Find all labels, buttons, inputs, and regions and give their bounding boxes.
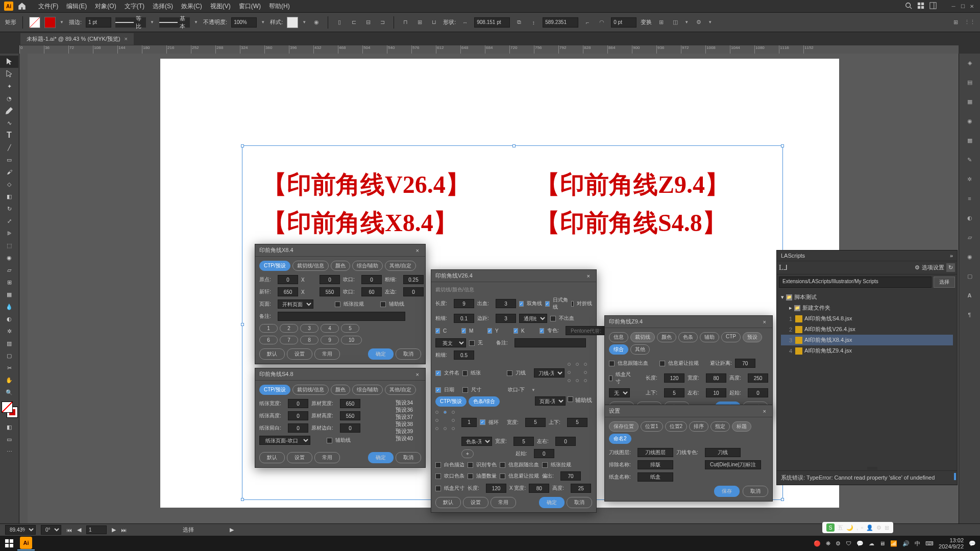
layers-panel-icon[interactable]: ▤ bbox=[964, 76, 976, 88]
crop-icon[interactable]: ◫ bbox=[670, 17, 680, 28]
set-tab-name2[interactable]: 命名2 bbox=[609, 434, 631, 444]
gradient-panel-icon[interactable]: ◐ bbox=[964, 212, 976, 224]
v264-chk-spot[interactable] bbox=[540, 328, 544, 334]
paragraph-panel-icon[interactable]: ¶ bbox=[964, 309, 976, 321]
lasso-tool[interactable]: ◔ bbox=[0, 92, 18, 105]
search-icon[interactable] bbox=[905, 2, 912, 10]
s48-tab-other[interactable]: 其他/自定 bbox=[385, 385, 416, 395]
ime-indicator[interactable]: S 五🌙,▫👤⚙⊞ bbox=[822, 522, 893, 533]
graph-tool[interactable]: ▥ bbox=[0, 337, 18, 349]
s48-mw[interactable] bbox=[340, 399, 360, 408]
s48-tab-ctp[interactable]: CTP/预设 bbox=[259, 385, 290, 395]
menu-select[interactable]: 选择(S) bbox=[149, 2, 177, 11]
menu-help[interactable]: 帮助(H) bbox=[265, 2, 294, 11]
hand-tool[interactable]: ✋ bbox=[0, 374, 18, 386]
maximize-icon[interactable]: ☐ bbox=[959, 3, 967, 10]
pen-tool[interactable] bbox=[0, 105, 18, 117]
ruler-horizontal[interactable]: 0367210814418021625228832436039643246850… bbox=[19, 45, 959, 54]
las-file-4[interactable]: 4AI印前角线Z9.4.jsx bbox=[781, 345, 953, 356]
z94-avoid[interactable] bbox=[735, 359, 755, 368]
s48-btn-default[interactable]: 默认 bbox=[259, 452, 285, 463]
grid-icon[interactable]: ⊞ bbox=[950, 17, 961, 28]
align-right-icon[interactable]: ⊐ bbox=[377, 17, 387, 28]
x84-preset-1[interactable]: 1 bbox=[259, 324, 278, 333]
blend-tool[interactable]: ◐ bbox=[0, 313, 18, 325]
x84-origin-x[interactable] bbox=[278, 275, 298, 284]
set-tab-pos2[interactable]: 位置2 bbox=[665, 421, 688, 432]
brush-def[interactable]: 基本 bbox=[159, 17, 190, 28]
nav-next-icon[interactable]: ▶ bbox=[112, 527, 116, 533]
v264-chk-whitestroke[interactable] bbox=[435, 462, 441, 468]
rotate-tool[interactable]: ↻ bbox=[0, 203, 18, 215]
x84-preset-3[interactable]: 3 bbox=[300, 324, 318, 333]
v264-chk-k[interactable] bbox=[513, 328, 518, 334]
doc-tab-1[interactable]: 未标题-1.ai* @ 89.43 % (CMYK/预览) × bbox=[20, 33, 134, 45]
v264-btn-common[interactable]: 常用 bbox=[491, 497, 516, 508]
curvature-tool[interactable]: ∿ bbox=[0, 117, 18, 129]
workspace-icon[interactable] bbox=[929, 2, 937, 10]
menu-object[interactable]: 对象(O) bbox=[91, 2, 120, 11]
x84-preset-5[interactable]: 5 bbox=[341, 324, 359, 333]
shaper-tool[interactable]: ◇ bbox=[0, 178, 18, 190]
v264-btn-default[interactable]: 默认 bbox=[435, 497, 461, 508]
appearance-panel-icon[interactable]: ◉ bbox=[964, 251, 976, 263]
s48-preset-37[interactable]: 预设37 bbox=[396, 413, 421, 420]
type-tool[interactable]: T bbox=[0, 129, 18, 141]
stroke-panel-icon[interactable]: ≡ bbox=[964, 192, 976, 205]
las-settings-icon[interactable]: ⚙ bbox=[915, 264, 920, 271]
perspective-tool[interactable]: ▱ bbox=[0, 264, 18, 276]
set-exclude2[interactable] bbox=[705, 460, 761, 469]
mesh-tool[interactable]: ⊞ bbox=[0, 276, 18, 288]
align-top-icon[interactable]: ⊓ bbox=[400, 17, 410, 28]
s48-preset-38[interactable]: 预设38 bbox=[396, 420, 421, 428]
tab-close-icon[interactable]: × bbox=[125, 36, 128, 42]
dlg-s48-close[interactable]: × bbox=[414, 371, 421, 378]
s48-page-sel[interactable]: 纸张页面-吹口 bbox=[259, 436, 310, 445]
las-file-1[interactable]: 1AI印前角线S4.8.jsx bbox=[781, 313, 953, 324]
align-center-icon[interactable]: ⊟ bbox=[363, 17, 373, 28]
v264-boxh[interactable] bbox=[571, 484, 591, 493]
s48-tab-crop[interactable]: 裁切线/信息 bbox=[292, 385, 329, 395]
v264-thick2[interactable] bbox=[454, 350, 474, 360]
v264-thick[interactable] bbox=[454, 314, 474, 323]
fill-stroke-control[interactable] bbox=[2, 402, 18, 418]
set-exclude1[interactable] bbox=[638, 460, 673, 469]
las-options-label[interactable]: 选项设置 bbox=[922, 264, 944, 271]
type-panel-icon[interactable]: A bbox=[964, 289, 976, 302]
align-middle-icon[interactable]: ⊞ bbox=[414, 17, 425, 28]
free-transform-tool[interactable]: ⬚ bbox=[0, 239, 18, 252]
s48-preset-40[interactable]: 预设40 bbox=[396, 435, 421, 442]
s48-btn-common[interactable]: 常用 bbox=[314, 452, 340, 463]
x84-preset-8[interactable]: 8 bbox=[300, 336, 318, 344]
stroke-profile[interactable]: 等比 bbox=[115, 17, 146, 28]
x84-btn-default[interactable]: 默认 bbox=[259, 348, 285, 360]
minimize-icon[interactable]: ─ bbox=[949, 3, 958, 10]
v264-chk-c[interactable] bbox=[435, 328, 440, 334]
brushes-panel-icon[interactable]: ✎ bbox=[964, 154, 976, 166]
corner-radius-input[interactable] bbox=[611, 17, 636, 28]
magic-wand-tool[interactable]: ✦ bbox=[0, 80, 18, 92]
set-btn-save[interactable]: 保存 bbox=[714, 486, 740, 497]
v264-chk-filename[interactable] bbox=[435, 370, 441, 376]
tray-icon-2[interactable]: ❋ bbox=[826, 540, 830, 547]
corner-icon[interactable]: ⌐ bbox=[582, 17, 593, 28]
corner-type-icon[interactable]: ◠ bbox=[597, 17, 607, 28]
x84-tab-color[interactable]: 颜色 bbox=[331, 261, 350, 271]
s48-preset-39[interactable]: 预设39 bbox=[396, 428, 421, 435]
set-tab-pos1[interactable]: 位置1 bbox=[641, 421, 663, 432]
menu-type[interactable]: 文字(T) bbox=[120, 2, 149, 11]
v264-tab-ctp[interactable]: CTP/预设 bbox=[435, 396, 467, 407]
selection-tool[interactable] bbox=[0, 56, 18, 68]
dlg-z94-close[interactable]: × bbox=[761, 319, 768, 325]
align-icon[interactable]: ▯ bbox=[334, 17, 345, 28]
set-tab-save[interactable]: 保存位置 bbox=[609, 421, 639, 432]
rectangle-tool[interactable]: ▭ bbox=[0, 154, 18, 166]
v264-tb[interactable] bbox=[567, 418, 587, 427]
link-icon[interactable]: ⧉ bbox=[514, 17, 524, 28]
las-path-input[interactable]: Extensions/LAScripts/Illustrator/My Scri… bbox=[779, 277, 932, 288]
v264-chk-infobleed[interactable] bbox=[500, 462, 505, 468]
width-input[interactable] bbox=[474, 17, 510, 28]
v264-boxw[interactable] bbox=[529, 484, 549, 493]
x84-btn-ok[interactable]: 确定 bbox=[368, 348, 394, 360]
v264-tab-color[interactable]: 色条/综合 bbox=[469, 396, 500, 407]
